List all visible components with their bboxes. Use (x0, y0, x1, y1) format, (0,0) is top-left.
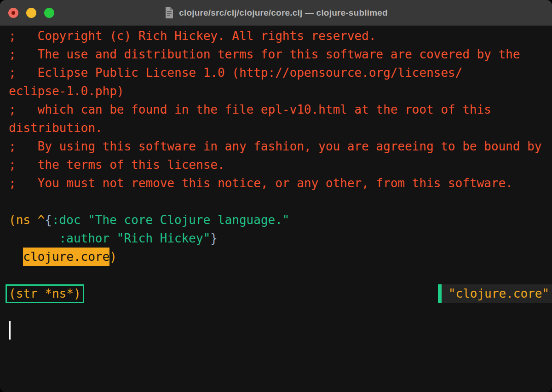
window-title-text: clojure/src/clj/clojure/core.clj — cloju… (179, 8, 388, 18)
minimize-button[interactable] (26, 8, 36, 18)
code-segment: "Rich Hickey" (117, 231, 211, 245)
code-segment (9, 231, 59, 245)
code-segment: ; The use and distribution terms for thi… (9, 47, 520, 61)
editor[interactable]: ; Copyright (c) Rich Hickey. All rights … (0, 26, 552, 392)
app-window: clojure/src/clj/clojure/core.clj — cloju… (0, 0, 552, 392)
code-segment: ) (109, 250, 117, 264)
eval-result: "clojure.core" (438, 284, 552, 303)
code-segment: ; the terms of this license. (9, 158, 225, 172)
code-line[interactable]: ; Copyright (c) Rich Hickey. All rights … (9, 27, 552, 45)
code-line[interactable]: (ns ^{:doc "The core Clojure language." (9, 211, 552, 229)
code-line[interactable]: ; the terms of this license. (9, 156, 552, 174)
code-line[interactable]: ; The use and distribution terms for thi… (9, 45, 552, 63)
code-line[interactable]: :author "Rich Hickey"} (9, 229, 552, 248)
document-icon (164, 6, 174, 19)
code-segment: } (210, 231, 218, 245)
code-segment: "The core Clojure language." (88, 213, 289, 227)
code-line[interactable]: ; which can be found in the file epl-v10… (9, 100, 552, 119)
code-segment: ; which can be found in the file epl-v10… (9, 103, 491, 116)
code-segment: distribution. (9, 121, 103, 135)
window-controls (8, 0, 54, 25)
evaluated-expression[interactable]: (str *ns*) (6, 284, 84, 303)
code-segment (9, 250, 23, 264)
code-segment: :author (59, 231, 117, 245)
code-segment: ; You must not remove this notice, or an… (9, 176, 513, 190)
code-line[interactable] (9, 321, 552, 340)
code-segment: { (45, 213, 52, 227)
code-line[interactable] (9, 192, 552, 211)
close-button[interactable] (8, 8, 18, 18)
code-segment: ; Copyright (c) Rich Hickey. All rights … (9, 29, 376, 43)
code-segment: ; By using this software in any fashion,… (9, 139, 541, 153)
eval-result-value: "clojure.core" (442, 284, 552, 303)
titlebar[interactable]: clojure/src/clj/clojure/core.clj — cloju… (0, 0, 552, 26)
text-cursor (9, 321, 11, 340)
code-line[interactable] (9, 266, 552, 284)
code-line[interactable]: ; Eclipse Public License 1.0 (http://ope… (9, 63, 552, 82)
code-segment: eclipse-1.0.php) (9, 84, 124, 98)
code-line[interactable] (9, 303, 552, 321)
code-segment: (ns ^ (9, 213, 45, 227)
selected-text: clojure.core (23, 248, 109, 266)
code-line[interactable]: ; By using this software in any fashion,… (9, 137, 552, 156)
code-line[interactable]: (str *ns*)"clojure.core" (9, 284, 552, 303)
eval-result-bar (438, 284, 442, 303)
window-title: clojure/src/clj/clojure/core.clj — cloju… (164, 6, 388, 19)
code-line[interactable]: eclipse-1.0.php) (9, 82, 552, 100)
code-line[interactable]: distribution. (9, 119, 552, 137)
maximize-button[interactable] (44, 8, 54, 18)
code-line[interactable]: ; You must not remove this notice, or an… (9, 174, 552, 192)
code-line[interactable]: clojure.core) (9, 248, 552, 266)
code-segment: :doc (52, 213, 88, 227)
code-segment: ; Eclipse Public License 1.0 (http://ope… (9, 66, 462, 80)
